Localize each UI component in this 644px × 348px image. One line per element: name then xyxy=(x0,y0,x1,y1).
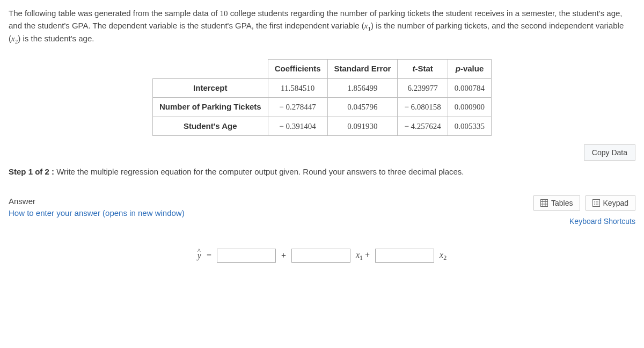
svg-point-11 xyxy=(597,202,598,204)
sample-size: 10 xyxy=(220,9,228,18)
problem-statement: The following table was generated from t… xyxy=(9,8,635,46)
svg-rect-0 xyxy=(541,199,548,206)
keypad-button-label: Keypad xyxy=(603,199,628,207)
row-label-age: Student's Age xyxy=(152,117,268,136)
regression-equation: ^ y = + x1 + x2 xyxy=(9,249,635,263)
plus-sign-1: + xyxy=(281,249,286,262)
equals-sign: = xyxy=(207,249,211,262)
cell-se: 0.091930 xyxy=(327,117,398,136)
table-corner xyxy=(152,60,268,79)
cell-tstat: 6.239977 xyxy=(398,78,448,98)
intro-text-a: The following table was generated from t… xyxy=(9,9,220,18)
answer-label: Answer xyxy=(9,195,185,208)
svg-point-6 xyxy=(594,201,595,202)
step-text: Write the multiple regression equation f… xyxy=(54,167,464,176)
x2-term: x2 xyxy=(440,249,447,263)
how-to-enter-link[interactable]: How to enter your answer (opens in new w… xyxy=(9,207,185,220)
x2-coefficient-input[interactable] xyxy=(375,249,434,263)
keyboard-shortcuts-link[interactable]: Keyboard Shortcuts xyxy=(569,216,635,227)
keypad-icon xyxy=(592,199,600,207)
row-label-intercept: Intercept xyxy=(152,78,268,98)
x2-var-letter: x xyxy=(11,34,15,43)
cell-se: 1.856499 xyxy=(327,78,398,98)
cell-coef: − 0.391404 xyxy=(268,117,327,136)
copy-data-button[interactable]: Copy Data xyxy=(584,144,635,161)
intercept-input[interactable] xyxy=(217,249,276,263)
table-icon xyxy=(540,199,548,207)
tables-button-label: Tables xyxy=(551,199,573,207)
col-header-tstat: t-Stat xyxy=(398,60,448,79)
cell-pvalue: 0.000900 xyxy=(448,98,491,117)
svg-point-10 xyxy=(596,202,597,204)
intro-text-d: ) is the student's age. xyxy=(18,34,94,43)
svg-point-7 xyxy=(596,201,597,202)
step-prefix: Step 1 of 2 : xyxy=(9,167,54,176)
cell-coef: − 0.278447 xyxy=(268,98,327,117)
col-header-pvalue: p-value xyxy=(448,60,491,79)
row-label-tickets: Number of Parking Tickets xyxy=(152,98,268,117)
cell-se: 0.045796 xyxy=(327,98,398,117)
col-header-standard-error: Standard Error xyxy=(327,60,398,79)
svg-point-9 xyxy=(594,202,595,204)
table-row: Number of Parking Tickets − 0.278447 0.0… xyxy=(152,98,491,117)
svg-point-13 xyxy=(596,204,597,205)
table-row: Student's Age − 0.391404 0.091930 − 4.25… xyxy=(152,117,491,136)
tables-button[interactable]: Tables xyxy=(533,195,580,211)
cell-coef: 11.584510 xyxy=(268,78,327,98)
svg-point-8 xyxy=(597,201,598,202)
cell-pvalue: 0.005335 xyxy=(448,117,491,136)
step-instruction: Step 1 of 2 : Write the multiple regress… xyxy=(9,166,635,178)
x1-term: x1 + xyxy=(356,249,370,263)
regression-table: Coefficients Standard Error t-Stat p-val… xyxy=(152,59,492,136)
cell-pvalue: 0.000784 xyxy=(448,78,491,98)
col-header-coefficients: Coefficients xyxy=(268,60,327,79)
x1-coefficient-input[interactable] xyxy=(291,249,350,263)
table-row: Intercept 11.584510 1.856499 6.239977 0.… xyxy=(152,78,491,98)
cell-tstat: − 6.080158 xyxy=(398,98,448,117)
svg-point-14 xyxy=(597,204,598,205)
y-hat-symbol: ^ y xyxy=(197,249,201,262)
cell-tstat: − 4.257624 xyxy=(398,117,448,136)
svg-point-12 xyxy=(594,204,595,205)
keypad-button[interactable]: Keypad xyxy=(586,195,635,211)
